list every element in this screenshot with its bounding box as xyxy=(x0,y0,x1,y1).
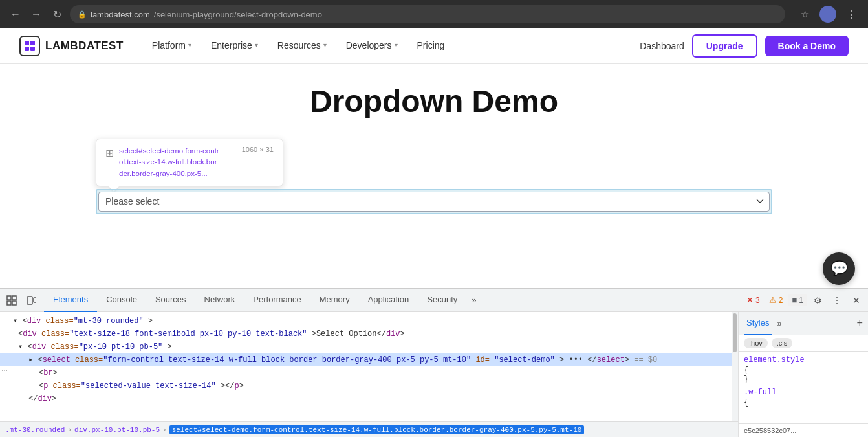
breadcrumb-px10[interactable]: div.px-10.pt-10.pb-5 xyxy=(74,426,160,434)
nav-item-enterprise[interactable]: Enterprise ▾ xyxy=(202,28,267,64)
page-title: Dropdown Demo xyxy=(310,84,558,119)
dropdown-select[interactable]: Please select Option 1 Option 2 Option 3 xyxy=(98,192,770,212)
nav-pricing-label: Pricing xyxy=(417,40,445,50)
bookmark-button[interactable]: ☆ xyxy=(796,5,814,23)
info-badge[interactable]: ■ 1 xyxy=(788,294,807,306)
breadcrumb-mt30[interactable]: .mt-30.rounded xyxy=(5,426,65,434)
upgrade-button[interactable]: Upgrade xyxy=(692,34,757,58)
select-highlight: Please select Option 1 Option 2 Option 3 xyxy=(96,189,772,214)
tab-performance[interactable]: Performance xyxy=(244,289,310,312)
back-button[interactable]: ← xyxy=(8,6,23,22)
reload-button[interactable]: ↻ xyxy=(49,6,65,22)
inspect-element-button[interactable] xyxy=(3,291,21,309)
inspect-icon: ⊞ xyxy=(105,147,114,159)
scroll-thumb[interactable] xyxy=(733,313,737,352)
chat-icon: 💬 xyxy=(830,260,848,277)
html-line-p[interactable]: <p class="selected-value text-size-14" >… xyxy=(0,379,738,392)
address-bar[interactable]: 🔒 lambdatest.com/selenium-playground/sel… xyxy=(70,5,785,23)
tooltip-line2: ol.text-size-14.w-full.block.bor xyxy=(119,158,217,166)
avatar xyxy=(819,6,836,23)
styles-element-rule: element.style { } xyxy=(744,355,863,384)
nav-item-pricing[interactable]: Pricing xyxy=(408,28,454,64)
html-line-select[interactable]: ▸ <select class="form-control text-size-… xyxy=(0,353,738,366)
styles-tab[interactable]: Styles xyxy=(744,312,772,335)
nav-enterprise-label: Enterprise xyxy=(211,40,252,50)
nav-item-developers[interactable]: Developers ▾ xyxy=(337,28,407,64)
devtools-tabs: Elements Console Sources Network Perform… xyxy=(44,289,741,312)
book-demo-button[interactable]: Book a Demo xyxy=(765,36,849,56)
settings-button[interactable]: ⚙ xyxy=(808,291,827,309)
chevron-down-icon: ▾ xyxy=(395,41,398,49)
chat-bubble[interactable]: 💬 xyxy=(823,252,855,285)
breadcrumb-bar: .mt-30.rounded › div.px-10.pt-10.pb-5 › … xyxy=(0,421,738,437)
tooltip-line3: der.border-gray-400.px-5... xyxy=(119,170,208,177)
close-devtools-button[interactable]: ✕ xyxy=(847,291,865,309)
profile-button[interactable] xyxy=(819,5,837,23)
breadcrumb-select[interactable]: select#select-demo.form-control.text-siz… xyxy=(169,425,585,434)
tab-network[interactable]: Network xyxy=(195,289,244,312)
extensions-button[interactable]: ⋮ xyxy=(842,5,860,23)
styles-filter: :hov .cls xyxy=(739,335,868,352)
chevron-down-icon: ▾ xyxy=(323,41,327,49)
devtools-main: … ▾ <div class="mt-30 rounded" > <div cl… xyxy=(0,312,868,437)
tooltip-text: select#select-demo.form-contr ol.text-si… xyxy=(119,146,233,179)
tab-console[interactable]: Console xyxy=(97,289,146,312)
chevron-down-icon: ▾ xyxy=(188,41,191,49)
forward-button[interactable]: → xyxy=(28,6,44,22)
html-line-div-text[interactable]: <div class="text-size-18 font-semibold p… xyxy=(0,328,738,341)
browser-actions: ☆ ⋮ xyxy=(796,5,860,23)
tab-memory[interactable]: Memory xyxy=(310,289,359,312)
error-count: 3 xyxy=(755,296,760,305)
warning-badge[interactable]: ⚠ 2 xyxy=(765,294,787,306)
logo[interactable]: LAMBDATEST xyxy=(19,36,124,56)
svg-rect-1 xyxy=(30,41,35,45)
error-badge[interactable]: ✕ 3 xyxy=(743,294,764,306)
styles-panel: Styles » + :hov .cls element.style { } .… xyxy=(739,312,868,437)
tab-elements[interactable]: Elements xyxy=(44,289,97,312)
html-line-br[interactable]: <br> xyxy=(0,366,738,379)
svg-rect-9 xyxy=(34,298,36,302)
styles-more-button[interactable]: » xyxy=(777,319,781,328)
device-toolbar-button[interactable] xyxy=(22,291,40,309)
logo-text: LAMBDATEST xyxy=(45,39,124,52)
tab-sources[interactable]: Sources xyxy=(146,289,195,312)
nav-item-resources[interactable]: Resources ▾ xyxy=(268,28,336,64)
tab-security[interactable]: Security xyxy=(418,289,466,312)
html-line-div-mt30[interactable]: ▾ <div class="mt-30 rounded" > xyxy=(0,315,738,328)
tooltip-size: 1060 × 31 xyxy=(242,146,274,153)
svg-rect-6 xyxy=(7,301,11,305)
styles-element-selector: element.style xyxy=(744,355,863,364)
tooltip-box: ⊞ select#select-demo.form-contr ol.text-… xyxy=(96,139,283,186)
nav-developers-label: Developers xyxy=(346,40,392,50)
html-line-close-div[interactable]: </div> xyxy=(0,392,738,405)
svg-rect-3 xyxy=(30,47,35,51)
tabs-more-button[interactable]: » xyxy=(466,289,481,312)
styles-add-button[interactable]: + xyxy=(856,318,863,330)
tab-application[interactable]: Application xyxy=(359,289,418,312)
hov-filter[interactable]: :hov xyxy=(744,338,768,348)
dashboard-link[interactable]: Dashboard xyxy=(640,41,684,51)
cls-filter[interactable]: .cls xyxy=(772,338,793,348)
devtools-panel: Elements Console Sources Network Perform… xyxy=(0,288,868,437)
ellipsis-indicator: … xyxy=(1,365,8,372)
warning-icon: ⚠ xyxy=(769,295,777,305)
more-options-button[interactable]: ⋮ xyxy=(828,291,846,309)
html-line-div-px10[interactable]: ▾ <div class="px-10 pt-10 pb-5" > xyxy=(0,341,738,353)
nav-platform-label: Platform xyxy=(152,40,186,50)
url-path: /selenium-playground/select-dropdown-dem… xyxy=(154,10,322,19)
page-content: LAMBDATEST Platform ▾ Enterprise ▾ Resou… xyxy=(0,28,868,288)
page-title-section: Dropdown Demo xyxy=(0,64,868,132)
lock-icon: 🔒 xyxy=(78,10,87,19)
tooltip-container: ⊞ select#select-demo.form-contr ol.text-… xyxy=(96,139,283,186)
browser-chrome: ← → ↻ 🔒 lambdatest.com/selenium-playgrou… xyxy=(0,0,868,28)
styles-w-full-rule: .w-full { xyxy=(744,388,863,407)
elements-scroll-area[interactable]: … ▾ <div class="mt-30 rounded" > <div cl… xyxy=(0,312,738,437)
nav-items: Platform ▾ Enterprise ▾ Resources ▾ Deve… xyxy=(143,28,640,64)
nav-item-platform[interactable]: Platform ▾ xyxy=(143,28,201,64)
scroll-indicator[interactable] xyxy=(732,312,738,421)
info-icon: ■ xyxy=(792,295,797,305)
tooltip-selector: select#select-demo.form-contr ol.text-si… xyxy=(119,146,233,179)
styles-footer: e5c258532c07... xyxy=(739,423,868,437)
devtools-right-actions: ✕ 3 ⚠ 2 ■ 1 ⚙ ⋮ ✕ xyxy=(743,291,865,309)
svg-rect-8 xyxy=(27,297,32,304)
